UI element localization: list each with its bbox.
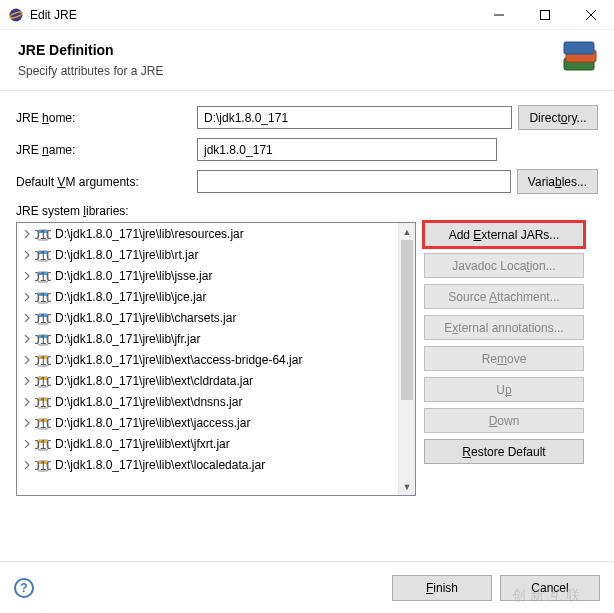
tree-row[interactable]: 010D:\jdk1.8.0_171\jre\lib\ext\cldrdata.… [17,370,415,391]
scroll-up-arrow[interactable]: ▲ [399,223,415,240]
expand-icon[interactable] [21,438,33,450]
jar-path: D:\jdk1.8.0_171\jre\lib\rt.jar [55,248,198,262]
finish-button[interactable]: Finish [392,575,492,601]
expand-icon[interactable] [21,291,33,303]
minimize-button[interactable] [476,0,522,30]
jre-home-input[interactable] [197,106,512,129]
jar-icon: 010 [35,331,51,347]
tree-row[interactable]: 010D:\jdk1.8.0_171\jre\lib\charsets.jar [17,307,415,328]
default-vm-label: Default VM arguments: [16,175,191,189]
javadoc-location-button[interactable]: Javadoc Location... [424,253,584,278]
svg-text:010: 010 [35,332,51,346]
help-icon[interactable]: ? [14,578,34,598]
tree-row[interactable]: 010D:\jdk1.8.0_171\jre\lib\ext\jfxrt.jar [17,433,415,454]
svg-text:010: 010 [35,395,51,409]
bottom-bar: ? Finish Cancel 创新互联 [0,561,614,613]
svg-text:010: 010 [35,227,51,241]
add-external-jars-button[interactable]: Add External JARs... [424,222,584,247]
default-vm-row: Default VM arguments: Variables... [16,169,598,194]
expand-icon[interactable] [21,354,33,366]
variables-button[interactable]: Variables... [517,169,598,194]
svg-text:010: 010 [35,269,51,283]
cancel-button[interactable]: Cancel [500,575,600,601]
jre-home-label: JRE home: [16,111,191,125]
tree-scrollbar[interactable]: ▲ ▼ [398,223,415,495]
jar-path: D:\jdk1.8.0_171\jre\lib\ext\access-bridg… [55,353,302,367]
tree-row[interactable]: 010D:\jdk1.8.0_171\jre\lib\ext\localedat… [17,454,415,475]
jar-icon: 010 [35,268,51,284]
jar-path: D:\jdk1.8.0_171\jre\lib\jce.jar [55,290,206,304]
expand-icon[interactable] [21,249,33,261]
window-title: Edit JRE [30,8,476,22]
tree-row[interactable]: 010D:\jdk1.8.0_171\jre\lib\ext\dnsns.jar [17,391,415,412]
tree-row[interactable]: 010D:\jdk1.8.0_171\jre\lib\resources.jar [17,223,415,244]
scroll-thumb[interactable] [401,240,413,400]
side-buttons: Add External JARs... Javadoc Location...… [424,222,592,496]
close-button[interactable] [568,0,614,30]
jre-name-input[interactable] [197,138,497,161]
eclipse-icon [8,7,24,23]
dialog-header: JRE Definition Specify attributes for a … [0,30,614,91]
jar-path: D:\jdk1.8.0_171\jre\lib\ext\localedata.j… [55,458,265,472]
jar-icon: 010 [35,352,51,368]
jar-icon: 010 [35,289,51,305]
jar-path: D:\jdk1.8.0_171\jre\lib\ext\dnsns.jar [55,395,242,409]
jar-icon: 010 [35,310,51,326]
tree-row[interactable]: 010D:\jdk1.8.0_171\jre\lib\jfr.jar [17,328,415,349]
header-title: JRE Definition [18,42,596,58]
library-books-icon [560,38,600,78]
scroll-down-arrow[interactable]: ▼ [399,478,415,495]
remove-button[interactable]: Remove [424,346,584,371]
expand-icon[interactable] [21,396,33,408]
jar-icon: 010 [35,394,51,410]
default-vm-input[interactable] [197,170,511,193]
maximize-button[interactable] [522,0,568,30]
jre-name-label: JRE name: [16,143,191,157]
tree-row[interactable]: 010D:\jdk1.8.0_171\jre\lib\jce.jar [17,286,415,307]
jar-path: D:\jdk1.8.0_171\jre\lib\jfr.jar [55,332,200,346]
tree-row[interactable]: 010D:\jdk1.8.0_171\jre\lib\jsse.jar [17,265,415,286]
svg-text:010: 010 [35,248,51,262]
svg-text:010: 010 [35,416,51,430]
main-content: JRE home: Directory... JRE name: Default… [0,91,614,504]
source-attachment-button[interactable]: Source Attachment... [424,284,584,309]
jre-system-libraries-label: JRE system libraries: [16,204,598,218]
jre-name-row: JRE name: [16,138,598,161]
expand-icon[interactable] [21,333,33,345]
jar-path: D:\jdk1.8.0_171\jre\lib\ext\jaccess.jar [55,416,250,430]
tree-row[interactable]: 010D:\jdk1.8.0_171\jre\lib\rt.jar [17,244,415,265]
jar-icon: 010 [35,373,51,389]
jar-icon: 010 [35,415,51,431]
svg-rect-8 [564,42,594,54]
expand-icon[interactable] [21,459,33,471]
up-button[interactable]: Up [424,377,584,402]
expand-icon[interactable] [21,417,33,429]
jar-icon: 010 [35,247,51,263]
header-subtitle: Specify attributes for a JRE [18,64,596,78]
tree-row[interactable]: 010D:\jdk1.8.0_171\jre\lib\ext\access-br… [17,349,415,370]
titlebar: Edit JRE [0,0,614,30]
jre-home-row: JRE home: Directory... [16,105,598,130]
directory-button[interactable]: Directory... [518,105,598,130]
svg-text:010: 010 [35,353,51,367]
tree-row[interactable]: 010D:\jdk1.8.0_171\jre\lib\ext\jaccess.j… [17,412,415,433]
jar-path: D:\jdk1.8.0_171\jre\lib\charsets.jar [55,311,236,325]
down-button[interactable]: Down [424,408,584,433]
svg-text:010: 010 [35,458,51,472]
svg-rect-3 [541,10,550,19]
jar-icon: 010 [35,457,51,473]
expand-icon[interactable] [21,375,33,387]
svg-text:010: 010 [35,290,51,304]
jar-path: D:\jdk1.8.0_171\jre\lib\resources.jar [55,227,244,241]
restore-default-button[interactable]: Restore Default [424,439,584,464]
expand-icon[interactable] [21,312,33,324]
external-annotations-button[interactable]: External annotations... [424,315,584,340]
jar-path: D:\jdk1.8.0_171\jre\lib\ext\jfxrt.jar [55,437,230,451]
svg-text:010: 010 [35,311,51,325]
jar-icon: 010 [35,226,51,242]
svg-text:010: 010 [35,374,51,388]
libs-area: 010D:\jdk1.8.0_171\jre\lib\resources.jar… [16,222,598,496]
expand-icon[interactable] [21,228,33,240]
libraries-tree[interactable]: 010D:\jdk1.8.0_171\jre\lib\resources.jar… [16,222,416,496]
expand-icon[interactable] [21,270,33,282]
